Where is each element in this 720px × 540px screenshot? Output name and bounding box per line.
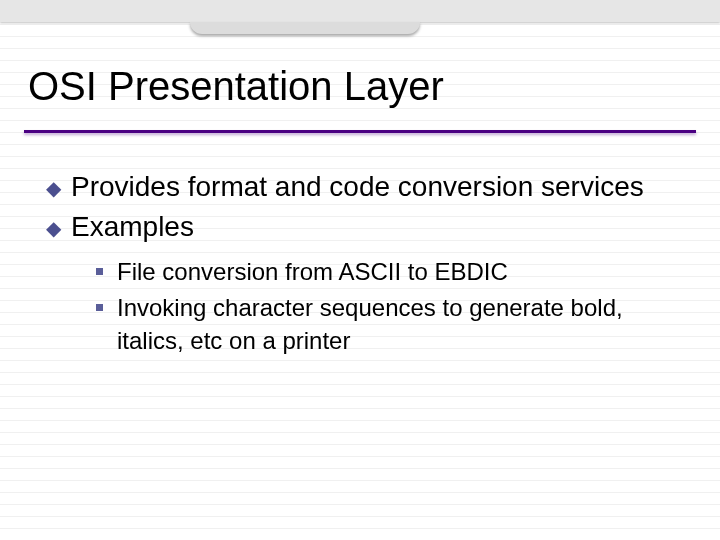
bullet-item: ◆ Provides format and code conversion se… (46, 168, 686, 206)
slide: OSI Presentation Layer ◆ Provides format… (0, 0, 720, 540)
square-bullet-icon (96, 268, 103, 275)
sub-bullet-item: File conversion from ASCII to EBDIC (96, 255, 686, 289)
bullet-item: ◆ Examples (46, 208, 686, 246)
diamond-bullet-icon: ◆ (46, 175, 61, 202)
bullet-text: Examples (71, 208, 686, 246)
diamond-bullet-icon: ◆ (46, 215, 61, 242)
sub-bullet-item: Invoking character sequences to generate… (96, 291, 686, 358)
square-bullet-icon (96, 304, 103, 311)
header-band (0, 0, 720, 22)
slide-body: ◆ Provides format and code conversion se… (46, 168, 686, 360)
sub-bullet-text: Invoking character sequences to generate… (117, 291, 686, 358)
sub-bullet-list: File conversion from ASCII to EBDIC Invo… (96, 255, 686, 358)
title-underline (24, 130, 696, 133)
bullet-text: Provides format and code conversion serv… (71, 168, 686, 206)
header-tab (190, 22, 420, 34)
slide-title: OSI Presentation Layer (28, 64, 692, 108)
sub-bullet-text: File conversion from ASCII to EBDIC (117, 255, 686, 289)
